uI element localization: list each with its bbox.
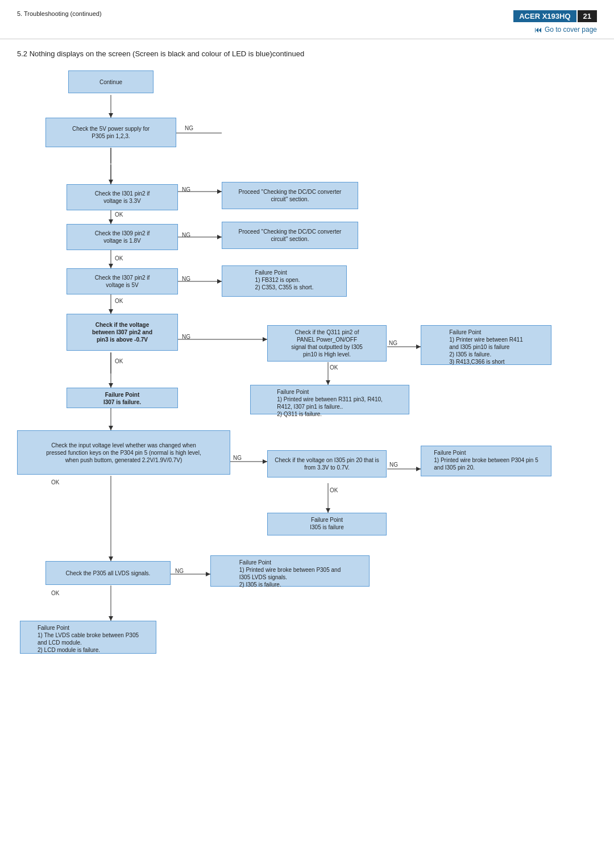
- box-failure-p305-i305: Failure Point 1) Printed wire broke betw…: [210, 555, 370, 587]
- box-failure-p304-i305: Failure Point 1) Printed wire broke betw…: [421, 446, 551, 476]
- svg-marker-30: [263, 459, 267, 464]
- box-check-i309: Check the I309 pin2 if voltage is 1.8V: [67, 224, 178, 250]
- box-failure-lvds-cable: Failure Point 1) The LVDS cable broke be…: [20, 621, 156, 654]
- svg-marker-22: [109, 383, 113, 388]
- label-ng-3: NG: [182, 232, 190, 238]
- badge-row: ACER X193HQ 21: [513, 10, 597, 22]
- label-ok-7: OK: [330, 487, 338, 493]
- svg-marker-24: [416, 344, 421, 349]
- cover-page-link[interactable]: ⏮ Go to cover page: [534, 25, 597, 34]
- svg-marker-1: [109, 113, 113, 118]
- svg-marker-34: [416, 467, 421, 471]
- label-ng-1: NG: [185, 125, 193, 131]
- label-ok-2: OK: [115, 255, 123, 261]
- label-ng-8: NG: [389, 462, 398, 468]
- label-ng-2: NG: [182, 186, 190, 193]
- svg-marker-7: [217, 189, 222, 194]
- label-ng-6: NG: [389, 340, 397, 346]
- cover-page-icon: ⏮: [534, 25, 542, 34]
- box-failure-printed-r311: Failure Point 1) Printed wire between R3…: [250, 385, 409, 414]
- svg-marker-5: [109, 180, 113, 184]
- svg-marker-19: [263, 337, 267, 342]
- svg-marker-38: [206, 572, 210, 576]
- svg-marker-11: [217, 235, 222, 239]
- svg-marker-9: [109, 219, 113, 224]
- label-ng-9: NG: [175, 568, 184, 574]
- box-failure-printer: Failure Point 1) Printer wire between R4…: [421, 325, 551, 365]
- box-continue: Continue: [68, 70, 154, 93]
- brand-badge: ACER X193HQ: [513, 10, 576, 22]
- svg-marker-26: [326, 380, 330, 385]
- label-ok-8: OK: [51, 590, 59, 596]
- svg-marker-17: [109, 309, 113, 314]
- svg-marker-28: [109, 426, 113, 430]
- box-proceed-dc2: Proceed "Checking the DC/DC converter ci…: [222, 222, 358, 249]
- header-title: 5. Troubleshooting (continued): [17, 10, 102, 17]
- label-ok-5: OK: [330, 364, 338, 371]
- header-right: ACER X193HQ 21 ⏮ Go to cover page: [513, 10, 597, 34]
- box-check-i307-5v: Check the I307 pin2 if voltage is 5V: [67, 268, 178, 294]
- box-check-input-voltage: Check the input voltage level whether wa…: [17, 430, 230, 475]
- svg-marker-32: [109, 556, 113, 561]
- box-check-p305-lvds: Check the P305 all LVDS signals.: [45, 561, 171, 585]
- box-check-i305-pin20: Check if the voltage on I305 pin 20 that…: [267, 450, 387, 477]
- label-ng-4: NG: [182, 276, 190, 282]
- label-ok-6: OK: [51, 479, 59, 485]
- box-check-voltage-07: Check if the voltage between I307 pin2 a…: [67, 314, 178, 351]
- box-check-q311: Check if the Q311 pin2 of PANEL Power_ON…: [267, 325, 387, 362]
- label-ok-1: OK: [115, 211, 123, 218]
- box-failure-fb312: Failure Point 1) FB312 is open. 2) C353,…: [222, 265, 347, 297]
- box-proceed-dc1: Proceed "Checking the DC/DC converter ci…: [222, 182, 358, 209]
- label-ok-3: OK: [115, 298, 123, 304]
- svg-marker-15: [217, 279, 222, 284]
- label-ng-7: NG: [233, 455, 242, 461]
- label-ng-5: NG: [182, 334, 190, 340]
- svg-marker-36: [326, 508, 330, 513]
- section-title: 5.2 Nothing displays on the screen (Scre…: [17, 49, 597, 58]
- box-failure-i305: Failure Point I305 is failure: [267, 513, 387, 535]
- svg-marker-13: [109, 264, 113, 268]
- box-failure-i307: Failure Point I307 is failure.: [67, 388, 178, 408]
- box-check-5v: Check the 5V power supply for P305 pin 1…: [45, 118, 176, 147]
- label-ok-4: OK: [115, 358, 123, 364]
- svg-marker-40: [109, 616, 113, 621]
- flowchart-diagram: Continue Check the 5V power supply for P…: [11, 64, 603, 837]
- page-header: 5. Troubleshooting (continued) ACER X193…: [0, 0, 614, 39]
- box-check-i301: Check the I301 pin2 if voltage is 3.3V: [67, 184, 178, 210]
- page-number-badge: 21: [578, 10, 597, 22]
